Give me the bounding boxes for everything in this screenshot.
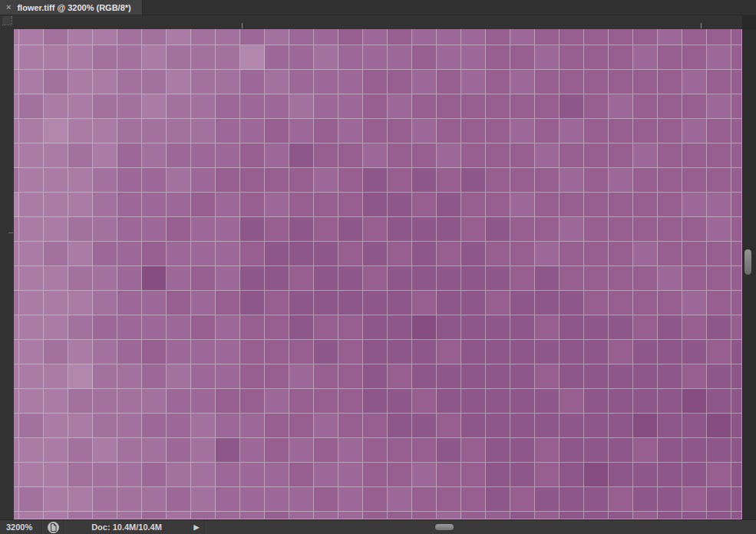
document-page-icon [48,522,59,533]
pixel-cell [265,414,289,438]
pixel-cell [584,266,609,291]
pixel-cell [216,340,240,364]
image-canvas[interactable] [14,29,742,519]
pixel-cell [68,70,93,94]
pixel-cell [486,438,510,463]
pixel-cell [535,119,560,143]
pixel-cell [510,340,535,364]
pixel-cell [388,94,412,119]
pixel-cell [68,291,93,315]
pixel-cell [338,414,363,438]
pixel-cell [510,315,535,340]
pixel-cell [338,70,363,94]
pixel-cell [560,389,584,414]
pixel-cell [44,45,68,70]
pixel-cell [560,438,584,463]
pixel-cell [658,193,682,217]
pixel-cell [93,29,117,45]
pixel-cell [707,487,731,512]
pixel-cell [44,463,68,487]
pixel-cell [609,168,633,193]
pixel-cell [412,242,437,266]
pixel-cell [93,119,117,143]
pixel-cell [14,29,19,45]
document-tab[interactable]: × flower.tiff @ 3200% (RGB/8*) [0,0,143,15]
pixel-cell [486,193,510,217]
pixel-cell [14,193,19,217]
pixel-cell [142,168,167,193]
pixel-cell [584,168,609,193]
horizontal-scrollbar-track[interactable] [205,520,756,534]
pixel-cell [633,315,658,340]
pixel-cell [412,487,437,512]
pixel-cell [486,315,510,340]
zoom-level-field[interactable]: 3200% [0,522,41,532]
pixel-cell [142,291,167,315]
pixel-cell [486,143,510,168]
pixel-cell [609,438,633,463]
pixel-cell [44,94,68,119]
pixel-cell [289,512,314,519]
pixel-cell [388,29,412,45]
pixel-cell [609,70,633,94]
pixel-cell [486,119,510,143]
pixel-cell [363,217,388,242]
pixel-cell [338,315,363,340]
pixel-cell [314,242,338,266]
status-menu-arrow-icon[interactable]: ▶ [189,520,204,534]
pixel-cell [44,315,68,340]
pixel-cell [44,119,68,143]
pixel-cell [167,193,191,217]
horizontal-scrollbar-thumb[interactable] [435,524,454,530]
pixel-cell [412,512,437,519]
pixel-cell [510,217,535,242]
pixel-cell [609,266,633,291]
vertical-scrollbar-thumb[interactable] [744,249,751,275]
doc-size-info[interactable]: Doc: 10.4M/10.4M [64,522,189,532]
pixel-cell [461,217,486,242]
pixel-cell [461,242,486,266]
pixel-cell [93,143,117,168]
pixel-cell [19,512,44,519]
pixel-cell [560,242,584,266]
pixel-cell [167,438,191,463]
pixel-cell [388,266,412,291]
pixel-cell [412,414,437,438]
pixel-cell [117,143,142,168]
pixel-cell [584,242,609,266]
pixel-cell [461,315,486,340]
pixel-cell [68,242,93,266]
pixel-cell [142,512,167,519]
status-icon-button[interactable] [42,522,64,533]
pixel-cell [289,168,314,193]
pixel-cell [658,119,682,143]
pixel-cell [412,29,437,45]
pixel-cell [289,45,314,70]
pixel-cell [191,45,216,70]
pixel-cell [289,94,314,119]
pixel-cell [14,364,19,389]
pixel-cell [142,389,167,414]
pixel-cell [289,414,314,438]
pixel-cell [216,463,240,487]
pixel-cell [167,242,191,266]
pixel-cell [707,242,731,266]
pixel-cell [338,512,363,519]
pixel-cell [609,512,633,519]
pixel-cell [388,143,412,168]
tab-close-icon[interactable]: × [6,3,11,12]
pixel-cell [560,168,584,193]
pixel-cell [44,143,68,168]
pixel-cell [14,315,19,340]
pixel-cell [633,119,658,143]
pixel-cell [191,143,216,168]
pixel-cell [633,512,658,519]
pixel-cell [14,487,19,512]
pixel-cell [338,487,363,512]
pixel-cell [19,291,44,315]
pixel-cell [289,389,314,414]
pixel-cell [609,29,633,45]
pixel-cell [461,266,486,291]
pixel-cell [437,119,461,143]
pixel-cell [363,438,388,463]
